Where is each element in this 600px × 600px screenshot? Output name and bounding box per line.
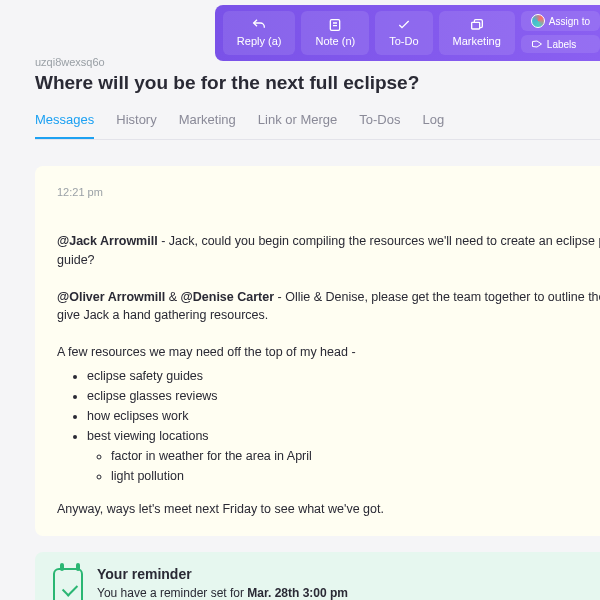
resource-subitem: light pollution [111,466,600,486]
calendar-check-icon [53,568,83,600]
note-button[interactable]: Note (n) [301,11,369,55]
resource-item: how eclipses work [87,406,600,426]
amp: & [165,290,180,304]
tab-link-merge[interactable]: Link or Merge [258,112,337,139]
tab-marketing[interactable]: Marketing [179,112,236,139]
reply-icon [251,17,267,33]
resource-item: eclipse glasses reviews [87,386,600,406]
resource-item: best viewing locations factor in weather… [87,426,600,486]
reply-button[interactable]: Reply (a) [223,11,296,55]
mention-jack[interactable]: @Jack Arrowmill [57,234,158,248]
todo-label: To-Do [389,35,418,47]
reminder-body: Your reminder You have a reminder set fo… [97,566,395,600]
main-content: uzqi8wexsq6o Where will you be for the n… [0,0,600,600]
todo-icon [396,17,412,33]
message-card: 12:21 pm @Jack Arrowmill - Jack, could y… [35,166,600,536]
tab-bar: Messages History Marketing Link or Merge… [35,112,600,140]
assign-label: Assign to [549,16,590,27]
reply-label: Reply (a) [237,35,282,47]
mention-denise[interactable]: @Denise Carter [181,290,274,304]
page-title: Where will you be for the next full ecli… [35,72,600,94]
mention-oliver[interactable]: @Oliver Arrowmill [57,290,165,304]
resource-list: eclipse safety guides eclipse glasses re… [57,366,600,486]
resources-intro: A few resources we may need off the top … [57,343,600,362]
resource-sublist: factor in weather for the area in April … [87,446,600,486]
reminder-date: Mar. 28th 3:00 pm [247,586,348,600]
labels-label: Labels [547,39,576,50]
assign-avatar-icon [531,14,545,28]
labels-icon [531,38,543,50]
marketing-button[interactable]: Marketing [439,11,515,55]
reminder-prefix: You have a reminder set for [97,586,247,600]
resource-item-text: best viewing locations [87,429,209,443]
message-time: 12:21 pm [57,186,600,198]
resource-item: eclipse safety guides [87,366,600,386]
message-line-2: @Oliver Arrowmill & @Denise Carter - Oll… [57,288,600,326]
tab-log[interactable]: Log [422,112,444,139]
toolbar-side-stack: Assign to Labels [521,11,600,55]
assign-button[interactable]: Assign to [521,11,600,31]
action-toolbar: Reply (a) Note (n) To-Do Marketing Assig… [215,5,600,61]
labels-button[interactable]: Labels [521,35,600,53]
svg-rect-1 [471,22,479,29]
resource-subitem: factor in weather for the area in April [111,446,600,466]
marketing-label: Marketing [453,35,501,47]
reminder-card: Your reminder You have a reminder set fo… [35,552,600,600]
message-closing: Anyway, ways let's meet next Friday to s… [57,502,600,516]
reminder-heading: Your reminder [97,566,395,582]
tab-messages[interactable]: Messages [35,112,94,139]
tab-todos[interactable]: To-Dos [359,112,400,139]
marketing-icon [469,17,485,33]
reminder-text: You have a reminder set for Mar. 28th 3:… [97,586,395,600]
note-label: Note (n) [315,35,355,47]
todo-button[interactable]: To-Do [375,11,432,55]
note-icon [327,17,343,33]
message-line-1: @Jack Arrowmill - Jack, could you begin … [57,232,600,270]
tab-history[interactable]: History [116,112,156,139]
